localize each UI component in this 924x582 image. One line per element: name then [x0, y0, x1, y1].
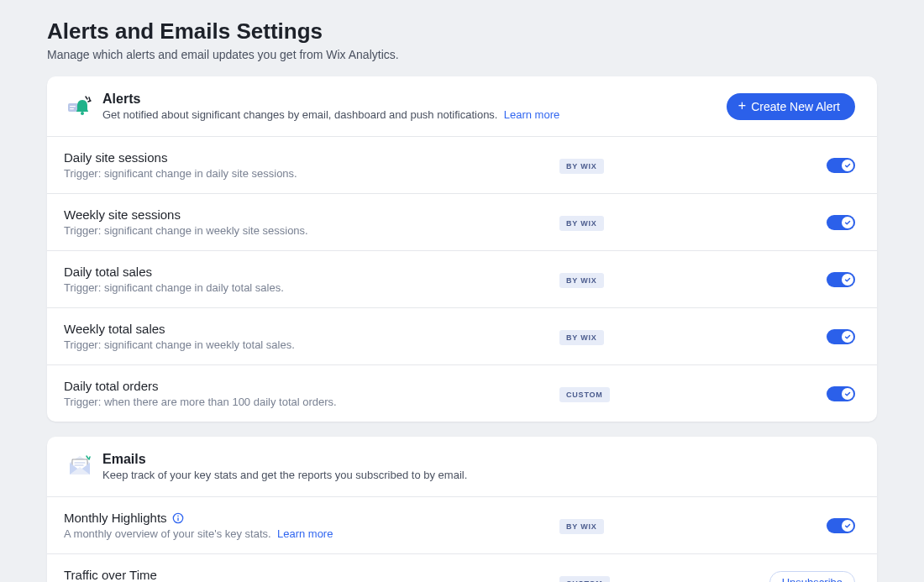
alert-title: Weekly total sales	[64, 322, 559, 336]
alert-row: Weekly total sales Trigger: significant …	[47, 308, 877, 365]
source-badge: BY WIX	[559, 330, 604, 345]
page-title: Alerts and Emails Settings	[47, 18, 877, 45]
alert-toggle[interactable]	[827, 215, 855, 230]
svg-rect-6	[177, 517, 178, 521]
email-toggle[interactable]	[827, 518, 855, 533]
email-sub: A monthly overview of your site's key st…	[64, 527, 559, 540]
svg-rect-0	[68, 103, 78, 112]
email-row: Monthly Highlights A monthly overview of…	[47, 497, 877, 554]
alert-row: Weekly site sessions Trigger: significan…	[47, 194, 877, 251]
alert-toggle[interactable]	[827, 158, 855, 173]
svg-point-3	[81, 112, 84, 115]
alert-trigger: Trigger: when there are more than 100 da…	[64, 396, 559, 408]
alerts-section-description: Get notified about significant changes b…	[102, 108, 727, 121]
toggle-knob-check-icon	[842, 217, 853, 228]
toggle-knob-check-icon	[842, 388, 853, 400]
emails-section-description: Keep track of your key stats and get the…	[102, 469, 855, 481]
alert-row: Daily total orders Trigger: when there a…	[47, 365, 877, 422]
source-badge: BY WIX	[559, 519, 604, 534]
alert-title: Daily total orders	[64, 379, 559, 393]
svg-rect-1	[70, 106, 76, 107]
alert-toggle[interactable]	[827, 329, 855, 344]
email-title: Monthly Highlights	[64, 511, 559, 525]
source-badge: BY WIX	[559, 273, 604, 288]
alert-trigger: Trigger: significant change in daily sit…	[64, 167, 559, 180]
svg-point-5	[177, 515, 179, 516]
info-icon[interactable]	[172, 512, 184, 524]
unsubscribe-button[interactable]: Unsubscribe	[769, 571, 855, 582]
email-row: Traffic over Time Last 30 days, on the 1…	[47, 554, 877, 582]
alert-row: Daily site sessions Trigger: significant…	[47, 137, 877, 194]
emails-card: Emails Keep track of your key stats and …	[47, 437, 877, 582]
email-title: Traffic over Time	[64, 568, 559, 582]
alert-title: Weekly site sessions	[64, 207, 559, 222]
alerts-card-header: Alerts Get notified about significant ch…	[47, 76, 877, 137]
source-badge: BY WIX	[559, 159, 604, 174]
alert-trigger: Trigger: significant change in weekly to…	[64, 338, 559, 351]
alerts-section-title: Alerts	[102, 92, 727, 107]
envelope-icon	[64, 454, 96, 480]
alert-title: Daily total sales	[64, 265, 559, 279]
bell-icon	[64, 94, 96, 119]
page-header: Alerts and Emails Settings Manage which …	[47, 18, 877, 61]
toggle-knob-check-icon	[842, 160, 853, 171]
emails-card-header: Emails Keep track of your key stats and …	[47, 437, 877, 497]
source-badge: CUSTOM	[559, 387, 610, 402]
toggle-knob-check-icon	[842, 274, 853, 286]
alert-toggle[interactable]	[827, 272, 855, 287]
toggle-knob-check-icon	[842, 331, 853, 343]
source-badge: CUSTOM	[559, 576, 610, 583]
alerts-learn-more-link[interactable]: Learn more	[504, 108, 559, 121]
alert-row: Daily total sales Trigger: significant c…	[47, 251, 877, 308]
toggle-knob-check-icon	[842, 520, 853, 532]
alert-toggle[interactable]	[827, 386, 855, 401]
page-subtitle: Manage which alerts and email updates yo…	[47, 48, 877, 61]
source-badge: BY WIX	[559, 216, 604, 231]
emails-section-title: Emails	[102, 452, 855, 467]
svg-rect-2	[70, 108, 74, 109]
email-learn-more-link[interactable]: Learn more	[277, 527, 333, 540]
alert-title: Daily site sessions	[64, 150, 559, 165]
alert-trigger: Trigger: significant change in weekly si…	[64, 224, 559, 237]
alerts-card: Alerts Get notified about significant ch…	[47, 76, 877, 422]
alert-trigger: Trigger: significant change in daily tot…	[64, 281, 559, 294]
plus-icon: +	[738, 99, 746, 113]
create-new-alert-button[interactable]: + Create New Alert	[727, 93, 855, 120]
